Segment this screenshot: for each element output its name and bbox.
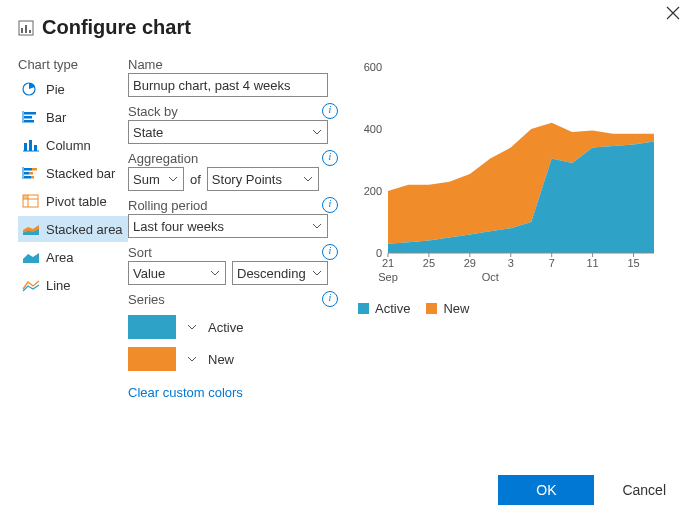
series-name: Active [208, 320, 243, 335]
color-swatch[interactable] [128, 347, 176, 371]
svg-text:15: 15 [627, 257, 639, 269]
chevron-down-icon[interactable] [186, 354, 198, 364]
svg-rect-10 [24, 143, 27, 151]
svg-rect-1 [21, 28, 23, 33]
dialog-title: Configure chart [42, 16, 191, 39]
sort-dir-value: Descending [237, 266, 306, 281]
legend-label: Active [375, 301, 410, 316]
chart-type-stacked-bar[interactable]: Stacked bar [18, 160, 128, 186]
aggregation-field-select[interactable]: Story Points [207, 167, 319, 191]
svg-text:Oct: Oct [482, 271, 499, 283]
chart-type-area[interactable]: Area [18, 244, 128, 270]
chevron-down-icon[interactable] [186, 322, 198, 332]
svg-rect-18 [24, 176, 31, 179]
chart-type-label-text: Area [46, 250, 73, 265]
close-icon[interactable] [666, 6, 680, 24]
dialog-buttons: OK Cancel [498, 475, 672, 505]
svg-rect-11 [29, 140, 32, 151]
chart-type-line[interactable]: Line [18, 272, 128, 298]
svg-rect-23 [23, 195, 28, 199]
chevron-down-icon [302, 174, 314, 184]
bar-icon [22, 110, 40, 124]
chart-preview-panel: 0200400600212529371115SepOct Active New [338, 57, 676, 406]
svg-rect-8 [24, 120, 34, 123]
sort-dir-select[interactable]: Descending [232, 261, 328, 285]
legend-label: New [443, 301, 469, 316]
legend-item-new: New [426, 301, 469, 316]
aggregation-field-value: Story Points [212, 172, 282, 187]
svg-text:7: 7 [549, 257, 555, 269]
svg-text:25: 25 [423, 257, 435, 269]
cancel-button[interactable]: Cancel [616, 481, 672, 499]
line-icon [22, 278, 40, 292]
svg-rect-16 [24, 172, 29, 175]
legend-swatch [426, 303, 437, 314]
ok-button[interactable]: OK [498, 475, 594, 505]
chart-options-panel: Name Stack by i State Aggregation i [128, 57, 338, 406]
legend-swatch [358, 303, 369, 314]
chart-type-pivot-table[interactable]: Pivot table [18, 188, 128, 214]
name-input[interactable] [128, 73, 328, 97]
stack-by-label: Stack by [128, 104, 178, 119]
chart-type-column[interactable]: Column [18, 132, 128, 158]
rolling-period-select[interactable]: Last four weeks [128, 214, 328, 238]
column-icon [22, 138, 40, 152]
aggregation-fn-select[interactable]: Sum [128, 167, 184, 191]
sort-field-select[interactable]: Value [128, 261, 226, 285]
chevron-down-icon [167, 174, 179, 184]
color-swatch[interactable] [128, 315, 176, 339]
stacked-area-chart: 0200400600212529371115SepOct [358, 57, 658, 287]
chart-type-stacked-area[interactable]: Stacked area [18, 216, 128, 242]
svg-text:Sep: Sep [378, 271, 398, 283]
series-row-active: Active [128, 315, 338, 339]
chevron-down-icon [311, 268, 323, 278]
series-name: New [208, 352, 234, 367]
info-icon[interactable]: i [322, 244, 338, 260]
sort-field-value: Value [133, 266, 165, 281]
svg-text:600: 600 [364, 61, 382, 73]
pivot-table-icon [22, 194, 40, 208]
chart-type-label-text: Pie [46, 82, 65, 97]
chevron-down-icon [311, 127, 323, 137]
stacked-area-icon [22, 222, 40, 236]
chart-type-panel: Chart type Pie Bar Column Stacked bar Pi… [18, 57, 128, 406]
svg-text:11: 11 [586, 257, 598, 269]
chevron-down-icon [209, 268, 221, 278]
sort-label: Sort [128, 245, 152, 260]
chart-type-label-text: Stacked bar [46, 166, 115, 181]
svg-rect-7 [24, 116, 32, 119]
chart-type-pie[interactable]: Pie [18, 76, 128, 102]
chart-icon [18, 20, 34, 36]
rolling-value: Last four weeks [133, 219, 224, 234]
chart-type-label: Chart type [18, 57, 128, 72]
aggregation-label: Aggregation [128, 151, 198, 166]
name-label: Name [128, 57, 163, 72]
svg-text:400: 400 [364, 123, 382, 135]
rolling-label: Rolling period [128, 198, 208, 213]
svg-rect-6 [24, 112, 36, 115]
of-label: of [190, 172, 201, 187]
legend-item-active: Active [358, 301, 410, 316]
info-icon[interactable]: i [322, 291, 338, 307]
info-icon[interactable]: i [322, 150, 338, 166]
pie-icon [22, 82, 40, 96]
svg-rect-14 [24, 168, 32, 171]
chart-type-label-text: Column [46, 138, 91, 153]
clear-custom-colors-link[interactable]: Clear custom colors [128, 385, 243, 400]
series-row-new: New [128, 347, 338, 371]
svg-rect-19 [31, 176, 34, 179]
svg-rect-17 [29, 172, 33, 175]
stack-by-select[interactable]: State [128, 120, 328, 144]
chart-type-label-text: Pivot table [46, 194, 107, 209]
configure-chart-dialog: Configure chart Chart type Pie Bar Colum… [0, 0, 694, 523]
aggregation-fn-value: Sum [133, 172, 160, 187]
dialog-header: Configure chart [0, 0, 694, 39]
series-label: Series [128, 292, 165, 307]
chart-type-bar[interactable]: Bar [18, 104, 128, 130]
svg-text:200: 200 [364, 185, 382, 197]
svg-rect-15 [32, 168, 37, 171]
info-icon[interactable]: i [322, 197, 338, 213]
info-icon[interactable]: i [322, 103, 338, 119]
chart-legend: Active New [358, 301, 676, 316]
svg-text:21: 21 [382, 257, 394, 269]
